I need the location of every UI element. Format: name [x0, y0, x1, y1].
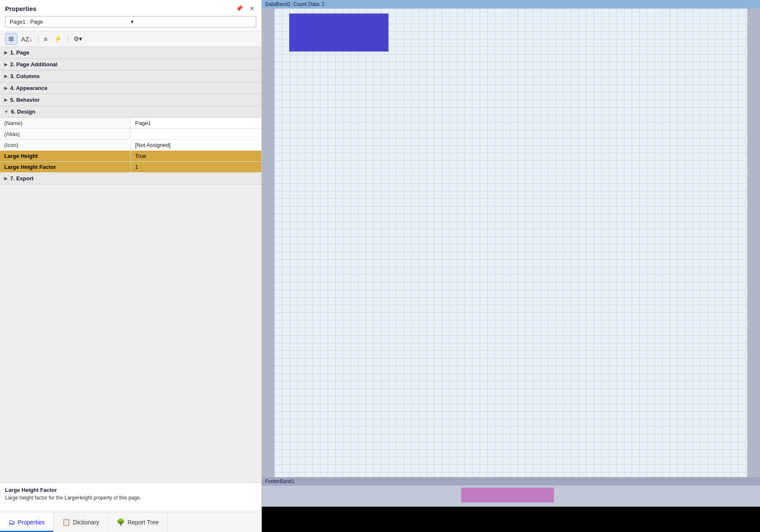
- prop-val-large-height-factor: 1: [131, 162, 262, 173]
- purple-rectangle-element[interactable]: [461, 488, 554, 502]
- group-columns[interactable]: ▶ 3. Columns: [0, 71, 261, 82]
- group-columns-label: 3. Columns: [10, 73, 40, 79]
- report-tree-tab-label: Report Tree: [128, 519, 159, 526]
- properties-tab-label: Properties: [18, 519, 45, 526]
- report-tree-tab-icon: 🌳: [117, 518, 125, 526]
- lightning-icon: ⚡: [54, 35, 62, 43]
- separator-1: [38, 35, 38, 43]
- group-behavior[interactable]: ▶ 5. Behavior: [0, 94, 261, 106]
- prop-row-large-height-factor[interactable]: Large Height Factor 1: [0, 162, 261, 173]
- prop-row-name[interactable]: (Name) Page1: [0, 118, 261, 129]
- group-page-additional[interactable]: ▶ 2. Page Additional: [0, 59, 261, 71]
- categorized-icon: ⊞: [8, 35, 14, 43]
- lightning-button[interactable]: ⚡: [51, 33, 65, 44]
- group-behavior-label: 5. Behavior: [10, 97, 40, 103]
- object-selector-value: Page1 : Page: [10, 19, 131, 25]
- tab-dictionary[interactable]: 📋 Dictionary: [54, 512, 108, 532]
- prop-val-name: Page1: [131, 118, 262, 129]
- gear-dropdown-icon: ▾: [79, 35, 82, 43]
- report-page: [274, 8, 747, 477]
- prop-key-alias: (Alias): [0, 129, 131, 140]
- prop-row-large-height[interactable]: Large Height True: [0, 151, 261, 162]
- prop-key-name: (Name): [0, 118, 131, 129]
- group-appearance-label: 4. Appearance: [10, 85, 47, 91]
- group-export[interactable]: ▶ 7. Export: [0, 173, 261, 185]
- tab-properties[interactable]: 🗂 Properties: [0, 512, 54, 532]
- group-design-label: 6. Design: [11, 109, 35, 115]
- design-properties-table: (Name) Page1 (Alias) (Icon) [Not Assigne…: [0, 118, 261, 173]
- prop-val-alias: [131, 129, 262, 140]
- chevron-down-icon: ▾: [131, 19, 252, 25]
- prop-val-large-height: True: [131, 151, 262, 162]
- expand-icon-6: ▼: [4, 109, 8, 114]
- group-export-label: 7. Export: [10, 175, 34, 182]
- footer-band-label: FooterBand1: [265, 478, 294, 484]
- prop-key-large-height: Large Height: [0, 151, 131, 162]
- categorized-view-button[interactable]: ⊞: [5, 33, 17, 45]
- description-title: Large Height Factor: [5, 487, 256, 493]
- gear-icon: ⚙: [73, 35, 79, 43]
- expand-icon-4: ▶: [4, 86, 8, 90]
- data-band-label: DataBand1: Count Data: 2: [265, 1, 325, 7]
- right-panel: DataBand1: Count Data: 2 FooterBand1: [262, 0, 760, 532]
- object-selector[interactable]: Page1 : Page ▾: [5, 16, 256, 27]
- panel-header: Properties 📌 ✕: [0, 0, 261, 16]
- tab-report-tree[interactable]: 🌳 Report Tree: [108, 512, 168, 532]
- footer-content-area: [262, 486, 760, 507]
- grid-area: [274, 8, 747, 477]
- prop-key-icon: (Icon): [0, 140, 131, 151]
- list-button[interactable]: ≡: [41, 34, 51, 44]
- prop-row-alias[interactable]: (Alias): [0, 129, 261, 140]
- prop-row-icon[interactable]: (Icon) [Not Assigned]: [0, 140, 261, 151]
- expand-icon-2: ▶: [4, 62, 8, 67]
- canvas-area: DataBand1: Count Data: 2 FooterBand1: [262, 0, 760, 532]
- properties-panel: Properties 📌 ✕ Page1 : Page ▾ ⊞ AZ↓ ≡ ⚡ …: [0, 0, 262, 532]
- separator-2: [68, 35, 68, 43]
- properties-tab-icon: 🗂: [8, 518, 15, 526]
- dictionary-tab-icon: 📋: [62, 518, 71, 526]
- group-design[interactable]: ▼ 6. Design: [0, 106, 261, 118]
- group-appearance[interactable]: ▶ 4. Appearance: [0, 82, 261, 94]
- sort-button[interactable]: AZ↓: [18, 34, 35, 44]
- expand-icon-3: ▶: [4, 74, 8, 79]
- panel-header-icons: 📌 ✕: [234, 4, 256, 13]
- prop-key-large-height-factor: Large Height Factor: [0, 162, 131, 173]
- group-page[interactable]: ▶ 1. Page: [0, 47, 261, 59]
- footer-band: FooterBand1: [262, 477, 760, 486]
- group-page-additional-label: 2. Page Additional: [10, 61, 57, 68]
- settings-button[interactable]: ⚙ ▾: [71, 33, 85, 44]
- description-panel: Large Height Factor Large height factor …: [0, 482, 261, 512]
- properties-list: ▶ 1. Page ▶ 2. Page Additional ▶ 3. Colu…: [0, 47, 261, 482]
- expand-icon-1: ▶: [4, 50, 8, 55]
- list-icon: ≡: [44, 35, 48, 43]
- prop-val-icon: [Not Assigned]: [131, 140, 262, 151]
- black-area: [262, 507, 760, 532]
- toolbar: ⊞ AZ↓ ≡ ⚡ ⚙ ▾: [0, 31, 261, 47]
- dictionary-tab-label: Dictionary: [73, 519, 99, 526]
- pin-button[interactable]: 📌: [234, 4, 244, 13]
- bottom-tabs: 🗂 Properties 📋 Dictionary 🌳 Report Tree: [0, 512, 261, 532]
- expand-icon-7: ▶: [4, 176, 8, 181]
- blue-rectangle-element[interactable]: [289, 14, 388, 52]
- group-page-label: 1. Page: [10, 49, 30, 56]
- description-text: Large height factor for the LargeHeight …: [5, 495, 256, 501]
- sort-icon: AZ↓: [21, 35, 33, 43]
- expand-icon-5: ▶: [4, 98, 8, 102]
- data-band-header: DataBand1: Count Data: 2: [262, 0, 760, 8]
- panel-title: Properties: [5, 5, 36, 12]
- close-button[interactable]: ✕: [248, 4, 256, 13]
